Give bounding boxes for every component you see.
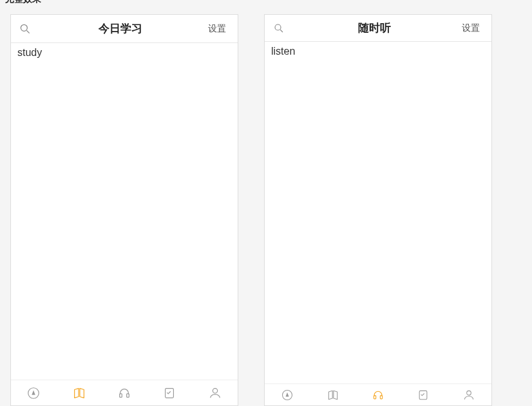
phones-container: 今日学习 设置 study 随时 — [0, 0, 532, 406]
header-title: 随时听 — [293, 21, 455, 35]
tab-checklist[interactable] — [147, 380, 192, 405]
book-icon — [327, 389, 339, 401]
compass-icon — [281, 389, 294, 401]
headphones-icon — [372, 389, 385, 401]
svg-rect-13 — [380, 395, 382, 398]
checklist-icon — [162, 386, 176, 400]
svg-rect-6 — [166, 388, 174, 398]
tab-profile[interactable] — [193, 380, 238, 405]
svg-rect-14 — [420, 391, 428, 399]
tab-study[interactable] — [56, 380, 101, 405]
phone-study: 今日学习 设置 study — [10, 14, 238, 406]
tabbar — [11, 380, 238, 405]
content-body: study — [11, 43, 238, 380]
header: 今日学习 设置 — [11, 15, 238, 43]
svg-point-0 — [21, 24, 27, 31]
person-icon — [462, 389, 475, 401]
tab-discover[interactable] — [265, 384, 310, 405]
svg-point-8 — [275, 24, 281, 30]
headphones-icon — [117, 386, 131, 400]
tab-study[interactable] — [310, 384, 355, 405]
tab-profile[interactable] — [446, 384, 491, 405]
tab-checklist[interactable] — [401, 384, 446, 405]
svg-rect-12 — [374, 395, 375, 398]
svg-line-9 — [280, 30, 283, 32]
content-body: listen — [265, 42, 491, 383]
compass-icon — [26, 386, 41, 400]
person-icon — [208, 386, 222, 400]
book-icon — [72, 386, 86, 400]
svg-line-1 — [27, 30, 30, 33]
page-title: 完整效果 — [0, 0, 41, 9]
search-icon[interactable] — [11, 23, 39, 35]
search-icon[interactable] — [265, 23, 293, 34]
svg-rect-5 — [127, 393, 129, 397]
settings-button[interactable]: 设置 — [202, 23, 238, 35]
header: 随时听 设置 — [265, 15, 491, 42]
tabbar — [265, 383, 491, 405]
tab-listen[interactable] — [356, 384, 401, 405]
svg-marker-11 — [286, 392, 289, 396]
svg-point-7 — [213, 388, 217, 392]
header-title: 今日学习 — [39, 21, 202, 36]
phone-listen: 随时听 设置 listen — [264, 14, 492, 406]
tab-discover[interactable] — [11, 380, 56, 405]
checklist-icon — [417, 389, 430, 401]
settings-button[interactable]: 设置 — [455, 23, 491, 34]
tab-listen[interactable] — [102, 380, 147, 405]
svg-point-15 — [466, 391, 471, 395]
svg-marker-3 — [32, 390, 35, 394]
svg-rect-4 — [120, 393, 122, 397]
